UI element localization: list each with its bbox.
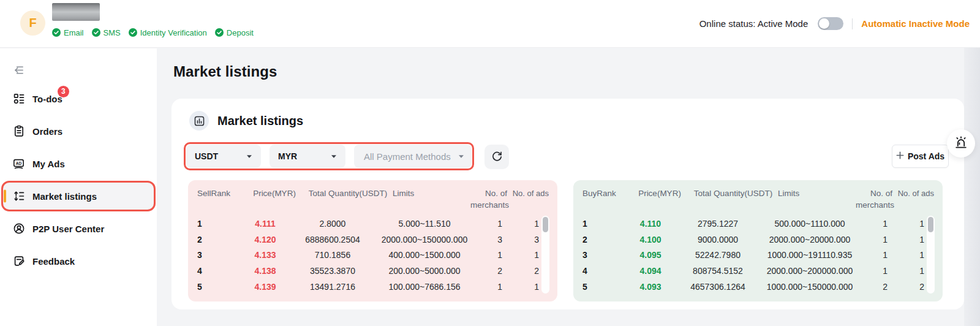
filters-highlight-annotation: USDT MYR All Payment Methods [184, 142, 474, 170]
sidebar-collapse-button[interactable] [12, 65, 24, 77]
header-divider [852, 18, 853, 29]
verification-badge: Email [52, 28, 84, 37]
sidebar: To-dos3 Orders ADMy Ads Market listings … [0, 48, 157, 326]
buy-scrollbar-thumb[interactable] [928, 217, 933, 232]
buy-table: BuyRank Price(MYR) Total Quantity(USDT) … [573, 180, 943, 301]
sidebar-item-usercenter[interactable]: P2P User Center [0, 215, 157, 242]
avatar[interactable]: F [20, 10, 45, 36]
check-circle-icon [129, 28, 137, 37]
orders-icon [12, 125, 25, 137]
sell-table-row[interactable]: 5 4.139 13491.2716 100.000~7686.156 1 1 [188, 279, 557, 295]
sell-table-row[interactable]: 1 4.111 2.8000 5.000~11.510 1 1 [188, 216, 557, 232]
chevron-down-icon [458, 154, 464, 159]
sell-table-header: SellRank Price(MYR) Total Quantity(USDT)… [188, 180, 557, 211]
buy-table-row[interactable]: 4 4.094 808754.5152 2000.000~200000.000 … [573, 263, 943, 279]
todos-icon [12, 93, 25, 105]
online-status-label: Online status: Active Mode [699, 18, 809, 29]
refresh-button[interactable] [484, 145, 509, 169]
right-edge-panel-shadow [964, 48, 980, 326]
sidebar-item-todos[interactable]: To-dos3 [0, 85, 157, 112]
buy-table-body: 1 4.110 2795.1227 500.000~1110.000 1 1 2… [573, 216, 943, 295]
sell-table-scrollbar[interactable] [541, 216, 549, 294]
sidebar-item-myads[interactable]: ADMy Ads [0, 150, 157, 177]
refresh-icon [491, 150, 503, 164]
verification-badge: SMS [92, 28, 121, 37]
toggle-knob [819, 18, 829, 29]
bar-chart-icon [189, 111, 209, 131]
verification-badge: Deposit [215, 28, 254, 37]
market-icon [12, 190, 25, 202]
verification-badges: EmailSMSIdentity VerificationDeposit [52, 28, 254, 37]
collapse-icon [13, 64, 24, 78]
sidebar-item-orders[interactable]: Orders [0, 118, 157, 145]
alarm-notification-button[interactable] [947, 129, 975, 157]
usercenter-icon [12, 222, 25, 235]
feedback-icon [12, 255, 25, 267]
sell-table: SellRank Price(MYR) Total Quantity(USDT)… [188, 180, 557, 301]
buy-table-row[interactable]: 3 4.095 52242.7980 1000.000~191110.935 1… [573, 248, 943, 263]
top-header: F EmailSMSIdentity VerificationDeposit O… [0, 0, 980, 48]
buy-table-row[interactable]: 1 4.110 2795.1227 500.000~1110.000 1 1 [573, 216, 943, 232]
alarm-siren-icon [953, 135, 969, 153]
todo-count-badge: 3 [58, 86, 69, 97]
market-listings-card: Market listings USDT MYR All Payment Met… [172, 99, 964, 309]
plus-icon [896, 151, 904, 161]
myads-icon: AD [12, 157, 25, 170]
payment-method-select[interactable]: All Payment Methods [354, 145, 472, 168]
active-item-accent-bar [4, 190, 6, 203]
sidebar-menu: To-dos3 Orders ADMy Ads Market listings … [0, 85, 157, 275]
sell-table-body: 1 4.111 2.8000 5.000~11.510 1 1 2 4.120 … [188, 216, 557, 295]
chevron-down-icon [331, 154, 337, 159]
chevron-down-icon [246, 154, 252, 159]
buy-table-row[interactable]: 2 4.100 9000.0000 2000.000~20000.000 1 1 [573, 232, 943, 248]
sell-scrollbar-thumb[interactable] [543, 217, 548, 232]
online-status-toggle[interactable] [818, 17, 843, 30]
merchant-name-redacted [52, 3, 100, 21]
check-circle-icon [92, 28, 100, 37]
svg-text:AD: AD [16, 161, 22, 165]
fiat-select[interactable]: MYR [270, 145, 345, 168]
sell-table-row[interactable]: 2 4.120 6888600.2504 2000.000~150000.000… [188, 232, 557, 248]
check-circle-icon [215, 28, 224, 37]
main-content: Market listings Market listings USDT MYR… [157, 48, 980, 326]
card-title: Market listings [217, 114, 303, 128]
check-circle-icon [52, 28, 61, 37]
buy-table-row[interactable]: 5 4.093 4657306.1264 1000.000~150000.000… [573, 279, 943, 295]
buy-table-scrollbar[interactable] [927, 216, 935, 294]
buy-table-header: BuyRank Price(MYR) Total Quantity(USDT) … [573, 180, 943, 211]
automatic-inactive-mode-link[interactable]: Automatic Inactive Mode [861, 18, 970, 29]
sell-table-row[interactable]: 4 4.138 35523.3870 200.000~5000.000 2 2 [188, 263, 557, 279]
sell-table-row[interactable]: 3 4.133 710.1856 400.000~1500.000 1 1 [188, 248, 557, 263]
sidebar-item-feedback[interactable]: Feedback [0, 248, 157, 275]
asset-select[interactable]: USDT [186, 145, 261, 168]
verification-badge: Identity Verification [129, 28, 207, 37]
page-title: Market listings [173, 63, 277, 80]
sidebar-item-market[interactable]: Market listings [3, 183, 154, 210]
post-ads-button[interactable]: Post Ads [892, 145, 949, 168]
merchant-identity: F EmailSMSIdentity VerificationDeposit [0, 10, 254, 37]
